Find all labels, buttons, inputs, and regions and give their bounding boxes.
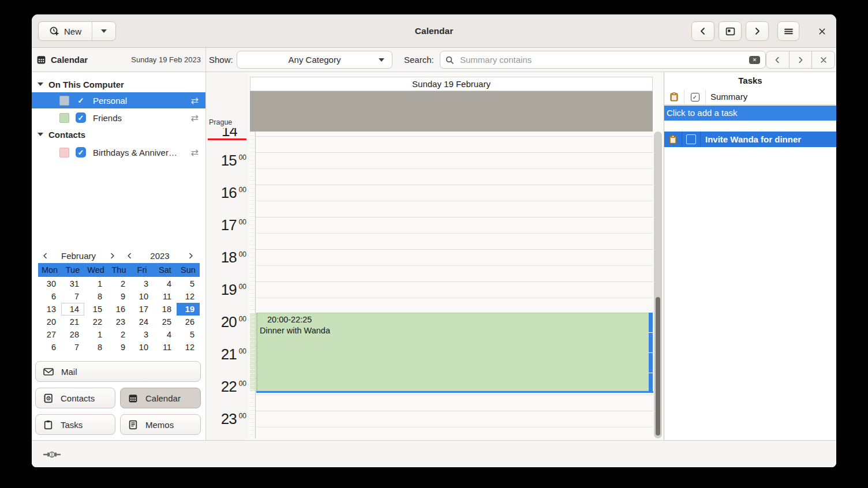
minical-day[interactable]: 3 <box>130 328 154 341</box>
today-button[interactable] <box>719 21 742 41</box>
minical-day[interactable]: 6 <box>38 341 61 354</box>
tasks-summary-column-header[interactable]: Summary <box>706 89 836 104</box>
minical-day[interactable]: 17 <box>130 303 154 316</box>
checkbox-checked[interactable]: ✓ <box>76 112 86 123</box>
task-row[interactable]: Invite Wanda for dinner <box>664 132 836 147</box>
minical-day[interactable]: 12 <box>177 290 200 303</box>
minical-day[interactable]: 28 <box>61 328 84 341</box>
minical-day[interactable]: 18 <box>154 303 177 316</box>
previous-button[interactable] <box>691 21 714 41</box>
window-title: Calendar <box>32 14 836 48</box>
minical-day[interactable]: 11 <box>154 290 177 303</box>
nav-calendar-button[interactable]: Calendar <box>120 388 201 408</box>
search-close-button[interactable] <box>811 51 835 69</box>
minical-day[interactable]: 11 <box>154 341 177 354</box>
minical-day[interactable]: 7 <box>61 341 84 354</box>
allday-section[interactable] <box>250 91 653 132</box>
minical-day[interactable]: 8 <box>84 290 107 303</box>
search-input[interactable] <box>459 54 746 65</box>
online-status-plug-icon[interactable] <box>43 451 61 459</box>
minical-day[interactable]: 21 <box>61 316 84 328</box>
next-button[interactable] <box>746 21 769 41</box>
nav-mail-button[interactable]: Mail <box>35 361 201 382</box>
minical-day[interactable]: 25 <box>154 316 177 328</box>
calendar-icon <box>36 55 46 65</box>
minical-day[interactable]: 9 <box>107 341 130 354</box>
minical-day[interactable]: 6 <box>38 290 61 303</box>
status-bar <box>32 440 836 467</box>
evolution-window: New Calendar <box>32 14 836 467</box>
minical-day[interactable]: 4 <box>154 328 177 341</box>
minical-day[interactable]: 27 <box>38 328 61 341</box>
nav-label: Memos <box>145 420 174 430</box>
nav-tasks-button[interactable]: Tasks <box>35 414 115 435</box>
minical-day[interactable]: 16 <box>107 303 130 316</box>
checkbox-checked[interactable]: ✓ <box>76 95 86 106</box>
minical-day[interactable]: 9 <box>107 290 130 303</box>
minical-prev-month-button[interactable] <box>38 249 52 262</box>
checkbox-checked[interactable]: ✓ <box>76 147 86 157</box>
new-appointment-icon <box>49 26 59 36</box>
checkbox-unchecked[interactable] <box>686 134 696 144</box>
category-dropdown[interactable]: Any Category <box>237 51 392 69</box>
menu-button[interactable] <box>777 21 799 41</box>
hour-label: 1500 <box>221 153 246 168</box>
minical-day[interactable]: 22 <box>84 316 107 328</box>
day-grid-area[interactable]: 20:00-22:25 Dinner with Wanda <box>250 132 653 438</box>
minical-day[interactable]: 13 <box>38 303 61 316</box>
add-task-row[interactable]: Click to add a task <box>664 106 836 121</box>
minical-day[interactable]: 4 <box>154 277 177 290</box>
calendar-row-birthdays[interactable]: ✓ Birthdays & Anniver… ⇄ <box>32 144 205 160</box>
window-close-button[interactable] <box>811 21 833 41</box>
minical-next-month-button[interactable] <box>105 249 119 262</box>
minical-day[interactable]: 10 <box>130 341 154 354</box>
calendar-row-personal[interactable]: ✓ Personal ⇄ <box>32 92 205 108</box>
minical-day[interactable]: 24 <box>130 316 154 328</box>
minical-day[interactable]: 31 <box>61 277 84 290</box>
nav-memos-button[interactable]: Memos <box>120 414 201 435</box>
mail-icon <box>43 367 54 376</box>
event-dinner-with-wanda[interactable]: 20:00-22:25 Dinner with Wanda <box>256 313 649 391</box>
minical-day[interactable]: 5 <box>177 328 200 341</box>
nav-contacts-button[interactable]: Contacts <box>35 388 115 408</box>
today-icon <box>725 27 735 36</box>
minical-day[interactable]: 7 <box>61 290 84 303</box>
minical-next-year-button[interactable] <box>184 249 197 262</box>
scrollbar-thumb[interactable] <box>656 297 660 436</box>
chevron-down-icon <box>101 29 107 33</box>
minical-day[interactable]: 30 <box>38 277 61 290</box>
sidebar-group-on-this-computer[interactable]: On This Computer <box>32 77 205 92</box>
minical-day[interactable]: 15 <box>84 303 107 316</box>
minical-day[interactable]: 20 <box>38 316 61 328</box>
new-button[interactable]: New <box>39 22 92 40</box>
minical-day[interactable]: 23 <box>107 316 130 328</box>
clear-search-icon[interactable]: ✕ <box>749 56 760 64</box>
minical-day[interactable]: 8 <box>84 341 107 354</box>
task-type-cell <box>664 132 682 147</box>
minical-day[interactable]: 14 <box>61 303 84 316</box>
minical-day[interactable]: 10 <box>130 290 154 303</box>
minical-prev-year-button[interactable] <box>122 249 136 262</box>
minical-day[interactable]: 26 <box>177 316 200 328</box>
new-dropdown-button[interactable] <box>92 22 115 40</box>
minical-day[interactable]: 19 <box>177 303 200 316</box>
task-complete-cell[interactable] <box>682 132 701 147</box>
tasks-type-column-header[interactable] <box>664 89 684 104</box>
sidebar-group-contacts[interactable]: Contacts <box>32 127 205 142</box>
search-next-button[interactable] <box>789 51 813 69</box>
day-view-scrollbar[interactable] <box>654 132 662 438</box>
minical-day[interactable]: 2 <box>107 328 130 341</box>
minical-day[interactable]: 5 <box>177 277 200 290</box>
time-grid[interactable]: 20:00-22:25 Dinner with Wanda <box>255 132 653 438</box>
minical-day[interactable]: 1 <box>84 277 107 290</box>
minical-day[interactable]: 1 <box>84 328 107 341</box>
minical-day[interactable]: 3 <box>130 277 154 290</box>
timezone-label[interactable]: Prague <box>209 118 232 126</box>
day-header[interactable]: Sunday 19 February <box>250 77 653 91</box>
minical-day[interactable]: 2 <box>107 277 130 290</box>
event-resize-handle[interactable] <box>649 313 653 393</box>
calendar-row-friends[interactable]: ✓ Friends ⇄ <box>32 110 205 126</box>
search-previous-button[interactable] <box>766 51 790 69</box>
minical-day[interactable]: 12 <box>177 341 200 354</box>
tasks-complete-column-header[interactable]: ✓ <box>684 89 706 104</box>
